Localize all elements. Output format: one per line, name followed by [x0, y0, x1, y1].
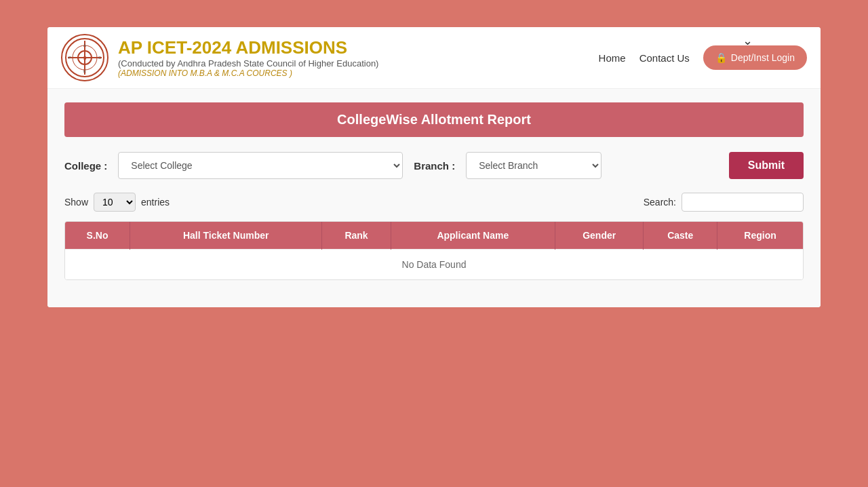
outer-wrapper: A E P C S AP ICET-2024 ADMISSIONS (Condu… [0, 0, 868, 487]
header-left: A E P C S AP ICET-2024 ADMISSIONS (Condu… [61, 34, 378, 81]
dept-inst-login-button[interactable]: 🔒 Dept/Inst Login [703, 45, 807, 70]
col-region: Region [717, 222, 803, 250]
site-title: AP ICET-2024 ADMISSIONS [118, 37, 378, 58]
lock-icon: 🔒 [715, 52, 727, 63]
entries-label: entries [141, 197, 170, 208]
table-wrapper: S.No Hall Ticket Number Rank Applicant N… [64, 221, 804, 280]
col-caste: Caste [644, 222, 717, 250]
page-title: CollegeWise Allotment Report [337, 112, 531, 127]
home-nav-link[interactable]: Home [599, 52, 626, 64]
branch-select[interactable]: Select Branch [466, 152, 601, 179]
svg-text:C: C [98, 56, 102, 60]
search-label: Search: [644, 197, 676, 208]
contact-nav-link[interactable]: Contact Us [639, 52, 690, 64]
svg-text:P: P [68, 56, 71, 60]
branch-label: Branch : [414, 160, 455, 172]
col-rank: Rank [322, 222, 391, 250]
table-head: S.No Hall Ticket Number Rank Applicant N… [65, 222, 803, 250]
login-btn-label: Dept/Inst Login [731, 52, 795, 63]
search-row: Search: [644, 193, 804, 212]
logo-svg: A E P C S [64, 37, 105, 78]
table-body: No Data Found [65, 250, 803, 280]
page-title-bar: CollegeWise Allotment Report [64, 102, 804, 137]
header: A E P C S AP ICET-2024 ADMISSIONS (Condu… [47, 27, 821, 89]
no-data-cell: No Data Found [65, 250, 803, 280]
entries-select[interactable]: 10 25 50 100 [94, 193, 136, 212]
col-applicant-name: Applicant Name [391, 222, 555, 250]
entries-left: Show 10 25 50 100 entries [64, 193, 170, 212]
table-header-row: S.No Hall Ticket Number Rank Applicant N… [65, 222, 803, 250]
page-content: CollegeWise Allotment Report College : S… [47, 89, 821, 307]
site-subtitle: (Conducted by Andhra Pradesh State Counc… [118, 58, 378, 69]
logo-text-block: AP ICET-2024 ADMISSIONS (Conducted by An… [118, 37, 378, 78]
svg-text:E: E [83, 69, 86, 73]
allotment-table: S.No Hall Ticket Number Rank Applicant N… [65, 222, 803, 279]
logo-circle: A E P C S [61, 34, 108, 81]
show-label: Show [64, 197, 88, 208]
entries-row: Show 10 25 50 100 entries Search: [64, 193, 804, 212]
dropdown-chevron-icon: ⌄ [743, 33, 753, 48]
submit-button[interactable]: Submit [729, 152, 804, 179]
header-nav-wrapper: ⌄ Home Contact Us 🔒 Dept/Inst Login [599, 45, 807, 70]
search-input[interactable] [682, 193, 804, 212]
college-select[interactable]: Select College [118, 152, 403, 179]
filter-row: College : Select College Branch : Select… [64, 152, 804, 179]
svg-text:S: S [83, 56, 87, 60]
site-tagline: (ADMISSION INTO M.B.A & M.C.A COURCES ) [118, 69, 378, 78]
main-container: A E P C S AP ICET-2024 ADMISSIONS (Condu… [47, 27, 821, 307]
no-data-row: No Data Found [65, 250, 803, 280]
col-sno: S.No [65, 222, 130, 250]
college-label: College : [64, 160, 107, 172]
col-hall-ticket: Hall Ticket Number [130, 222, 322, 250]
col-gender: Gender [555, 222, 644, 250]
svg-text:A: A [83, 43, 86, 47]
